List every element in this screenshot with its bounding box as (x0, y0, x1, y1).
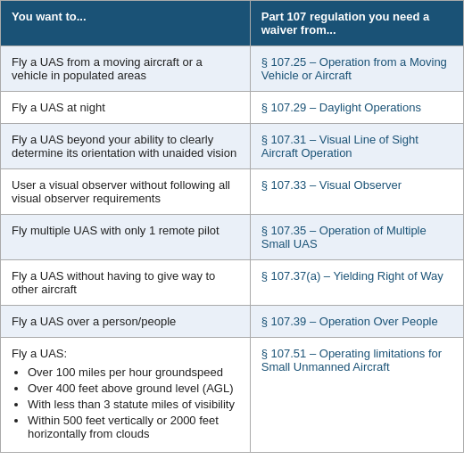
cell-want-to: Fly a UAS:Over 100 miles per hour ground… (1, 338, 251, 452)
list-item: With less than 3 statute miles of visibi… (28, 398, 239, 411)
table-row: Fly a UAS beyond your ability to clearly… (1, 123, 463, 168)
cell-want-to: Fly a UAS at night (1, 92, 251, 123)
table-body: Fly a UAS from a moving aircraft or a ve… (1, 45, 463, 452)
header-col1: You want to... (1, 1, 251, 45)
table-row: Fly a UAS from a moving aircraft or a ve… (1, 45, 463, 91)
cell-regulation: § 107.51 – Operating limitations for Sma… (251, 338, 463, 452)
table-row: Fly a UAS at night§ 107.29 – Daylight Op… (1, 91, 463, 123)
cell-regulation: § 107.39 – Operation Over People (251, 306, 463, 337)
cell-want-to: Fly a UAS over a person/people (1, 306, 251, 337)
cell-want-to: Fly a UAS beyond your ability to clearly… (1, 124, 251, 168)
bullet-list: Over 100 miles per hour groundspeedOver … (28, 365, 239, 440)
list-item: Over 400 feet above ground level (AGL) (28, 382, 239, 395)
waiver-table: You want to... Part 107 regulation you n… (0, 0, 464, 453)
table-row: Fly a UAS without having to give way to … (1, 259, 463, 305)
table-row: Fly multiple UAS with only 1 remote pilo… (1, 214, 463, 259)
header-col2: Part 107 regulation you need a waiver fr… (251, 1, 463, 45)
cell-want-to: Fly a UAS without having to give way to … (1, 260, 251, 305)
cell-intro-text: Fly a UAS: (12, 347, 239, 360)
cell-regulation: § 107.35 – Operation of Multiple Small U… (251, 215, 463, 259)
list-item: Over 100 miles per hour groundspeed (28, 365, 239, 379)
cell-regulation: § 107.31 – Visual Line of Sight Aircraft… (251, 124, 463, 168)
cell-want-to: Fly multiple UAS with only 1 remote pilo… (1, 215, 251, 259)
cell-regulation: § 107.33 – Visual Observer (251, 169, 463, 214)
cell-want-to: User a visual observer without following… (1, 169, 251, 214)
table-row: Fly a UAS over a person/people§ 107.39 –… (1, 305, 463, 337)
list-item: Within 500 feet vertically or 2000 feet … (28, 414, 239, 440)
cell-regulation: § 107.37(a) – Yielding Right of Way (251, 260, 463, 305)
table-row: User a visual observer without following… (1, 168, 463, 214)
table-row: Fly a UAS:Over 100 miles per hour ground… (1, 337, 463, 452)
table-header: You want to... Part 107 regulation you n… (1, 1, 463, 45)
cell-want-to: Fly a UAS from a moving aircraft or a ve… (1, 46, 251, 91)
cell-regulation: § 107.25 – Operation from a Moving Vehic… (251, 46, 463, 91)
cell-regulation: § 107.29 – Daylight Operations (251, 92, 463, 123)
